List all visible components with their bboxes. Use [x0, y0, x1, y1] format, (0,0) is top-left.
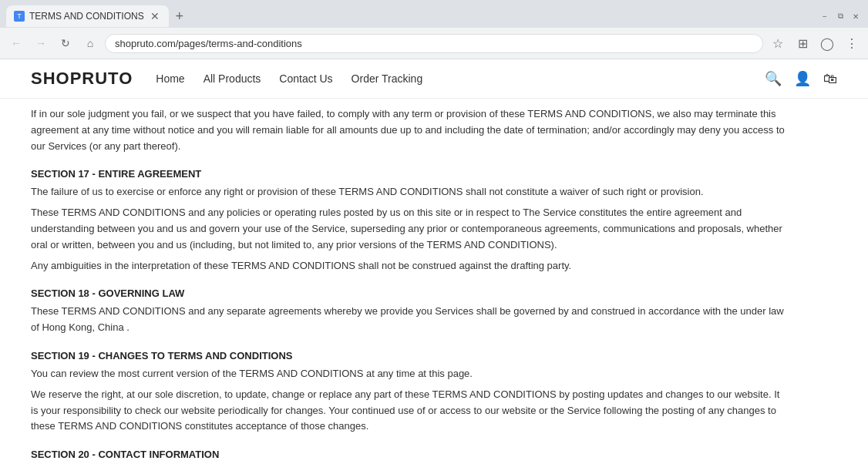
- nav-all-products[interactable]: All Products: [204, 72, 261, 85]
- intro-paragraph: If in our sole judgment you fail, or we …: [31, 106, 786, 154]
- section18-heading: SECTION 18 - GOVERNING LAW: [31, 287, 786, 299]
- terms-content: If in our sole judgment you fail, or we …: [0, 99, 817, 464]
- extensions-button[interactable]: ⊞: [792, 33, 812, 53]
- search-icon[interactable]: 🔍: [765, 70, 782, 87]
- minimize-button[interactable]: −: [819, 10, 831, 22]
- site-nav: Home All Products Contact Us Order Track…: [156, 72, 765, 85]
- website-content: SHOPRUTO Home All Products Contact Us Or…: [0, 59, 868, 464]
- section17-para1: The failure of us to exercise or enforce…: [31, 184, 786, 200]
- url-bar[interactable]: shopruto.com/pages/terms-and-conditions: [105, 34, 763, 53]
- home-button[interactable]: ⌂: [80, 33, 100, 53]
- section17-para3: Any ambiguities in the interpretation of…: [31, 258, 786, 274]
- bookmark-button[interactable]: ☆: [768, 33, 788, 53]
- back-button[interactable]: ←: [6, 33, 26, 53]
- section19-para1: You can review the most current version …: [31, 366, 786, 382]
- restore-button[interactable]: ⧉: [834, 10, 846, 22]
- reload-button[interactable]: ↻: [56, 33, 76, 53]
- tab-close-button[interactable]: ✕: [149, 10, 161, 22]
- section17-heading: SECTION 17 - ENTIRE AGREEMENT: [31, 168, 786, 180]
- close-button[interactable]: ✕: [849, 10, 862, 22]
- section19-para2: We reserve the right, at our sole discre…: [31, 387, 786, 435]
- section19-heading: SECTION 19 - CHANGES TO TERMS AND CONDIT…: [31, 350, 786, 361]
- site-logo: SHOPRUTO: [31, 69, 133, 89]
- tab-bar: T TERMS AND CONDITIONS ✕ + − ⧉ ✕: [0, 0, 868, 28]
- nav-home[interactable]: Home: [156, 72, 184, 85]
- account-icon[interactable]: 👤: [794, 70, 811, 87]
- nav-contact-us[interactable]: Contact Us: [279, 72, 332, 85]
- address-bar: ← → ↻ ⌂ shopruto.com/pages/terms-and-con…: [0, 28, 868, 59]
- header-icons: 🔍 👤 🛍: [765, 70, 837, 87]
- forward-button[interactable]: →: [31, 33, 51, 53]
- section17-para2: These TERMS AND CONDITIONS and any polic…: [31, 205, 786, 253]
- cart-icon[interactable]: 🛍: [823, 71, 837, 87]
- active-tab[interactable]: T TERMS AND CONDITIONS ✕: [6, 5, 169, 27]
- tab-favicon: T: [14, 11, 25, 22]
- browser-chrome: T TERMS AND CONDITIONS ✕ + − ⧉ ✕ ← → ↻ ⌂…: [0, 0, 868, 59]
- browser-menu-button[interactable]: ⋮: [842, 33, 862, 53]
- site-header: SHOPRUTO Home All Products Contact Us Or…: [0, 59, 868, 99]
- new-tab-button[interactable]: +: [169, 5, 190, 27]
- url-text: shopruto.com/pages/terms-and-conditions: [115, 38, 302, 49]
- profile-button[interactable]: ◯: [817, 33, 837, 53]
- section18-para1: These TERMS AND CONDITIONS and any separ…: [31, 304, 786, 336]
- window-controls: − ⧉ ✕: [819, 10, 862, 22]
- section20-heading: SECTION 20 - CONTACT INFORMATION: [31, 449, 786, 460]
- tab-title: TERMS AND CONDITIONS: [29, 11, 144, 22]
- nav-order-tracking[interactable]: Order Tracking: [352, 72, 423, 85]
